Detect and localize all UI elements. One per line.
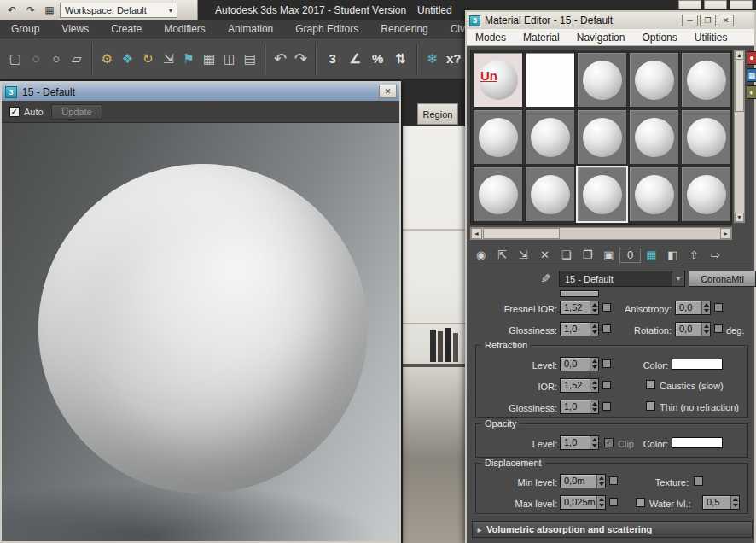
refraction-glossiness-spinner[interactable]: 1,0 <box>560 400 599 414</box>
slots-vertical-scrollbar[interactable]: ▲ ▼ <box>734 50 745 223</box>
minimize-button[interactable] <box>678 0 701 9</box>
region-dropdown[interactable]: Region <box>417 103 458 125</box>
redo-icon[interactable]: ↷ <box>22 3 39 18</box>
refraction-level-map-button[interactable] <box>602 359 611 368</box>
thin-checkbox[interactable] <box>646 401 655 411</box>
select-object-icon[interactable]: ▢ <box>5 46 26 72</box>
material-sample-slot[interactable] <box>473 166 523 222</box>
menu-utilities[interactable]: Utilities <box>686 29 736 45</box>
menu-animation[interactable]: Animation <box>217 20 284 38</box>
put-to-library-icon[interactable]: ▣ <box>598 245 619 266</box>
redo-scene-icon[interactable]: ↷ <box>291 46 311 72</box>
menu-civil[interactable]: Civil <box>439 20 465 38</box>
menu-rendering[interactable]: Rendering <box>369 20 439 38</box>
material-sample-slot[interactable] <box>629 52 679 108</box>
select-circle-icon[interactable]: ○ <box>46 46 67 72</box>
scroll-up-icon[interactable]: ▲ <box>735 50 744 60</box>
material-sample-slot[interactable] <box>681 166 731 222</box>
maximize-icon[interactable]: ❐ <box>700 15 716 26</box>
material-sample-slot[interactable] <box>525 166 575 222</box>
layers-icon[interactable]: ▤ <box>240 46 260 72</box>
undo-scene-icon[interactable]: ↶ <box>270 46 291 72</box>
texture-map-button[interactable] <box>694 476 703 486</box>
go-to-parent-icon[interactable]: ⇧ <box>683 245 705 266</box>
water-level-checkbox[interactable] <box>636 498 645 507</box>
opacity-color-swatch[interactable] <box>672 437 723 448</box>
refraction-color-swatch[interactable] <box>672 359 723 370</box>
delete-material-icon[interactable]: ✕ <box>534 245 555 266</box>
material-name-dropdown[interactable]: 15 - Default ▼ <box>559 271 685 287</box>
maxscript-icon[interactable]: x? <box>442 46 465 72</box>
material-sample-slot[interactable] <box>525 109 575 165</box>
material-class-button[interactable]: CoronaMtl <box>689 271 756 287</box>
max-level-map-button[interactable] <box>609 498 618 506</box>
rotation-map-button[interactable] <box>714 324 723 333</box>
make-material-copy-icon[interactable]: ❏ <box>555 245 577 266</box>
min-level-map-button[interactable] <box>609 476 618 485</box>
hand-icon[interactable]: ❖ <box>117 46 137 72</box>
material-sample-slot[interactable] <box>577 109 627 165</box>
anisotropy-map-button[interactable] <box>714 303 723 312</box>
refraction-ior-map-button[interactable] <box>602 381 611 389</box>
refraction-glossiness-map-button[interactable] <box>602 402 611 411</box>
percent-snap-icon[interactable]: % <box>366 46 389 72</box>
mirror-icon[interactable]: ◫ <box>219 46 240 72</box>
fresnel-ior-map-button[interactable] <box>602 303 611 312</box>
spinner-snap-icon[interactable]: ⇅ <box>389 46 412 72</box>
menu-create[interactable]: Create <box>100 20 153 38</box>
rotate-icon[interactable]: ↻ <box>137 46 158 72</box>
show-end-result-icon[interactable]: ◧ <box>662 245 683 266</box>
material-editor-titlebar[interactable]: 3 Material Editor - 15 - Default ─ ❐ ✕ <box>467 12 754 29</box>
volumetric-rollout[interactable]: ▸ Volumetric absorption and scattering <box>472 521 753 538</box>
menu-views[interactable]: Views <box>50 20 100 38</box>
refraction-ior-spinner[interactable]: 1,52 <box>560 378 599 393</box>
slots-horizontal-scrollbar[interactable]: ◄ ► <box>470 227 732 240</box>
close-icon[interactable]: ✕ <box>718 15 734 26</box>
anisotropy-spinner[interactable]: 0,0 <box>675 301 711 315</box>
menu-group[interactable]: Group <box>0 20 50 38</box>
refraction-level-spinner[interactable]: 0,0 <box>560 357 599 371</box>
sample-type-icon[interactable]: ● <box>747 51 756 65</box>
clip-checkbox[interactable]: ✓ <box>604 438 614 447</box>
material-sample-slot[interactable] <box>681 109 731 165</box>
scroll-thumb[interactable] <box>483 228 560 239</box>
scroll-thumb[interactable] <box>735 61 744 112</box>
water-level-spinner[interactable]: 0,5 <box>702 495 740 510</box>
min-level-spinner[interactable]: 0,0m <box>560 474 606 488</box>
scroll-left-icon[interactable]: ◄ <box>471 228 482 239</box>
put-material-to-scene-icon[interactable]: ⇱ <box>491 245 513 266</box>
select-region-icon[interactable]: ◌ <box>26 46 46 72</box>
menu-navigation[interactable]: Navigation <box>568 29 634 45</box>
select-fence-icon[interactable]: ▱ <box>67 46 87 72</box>
get-material-icon[interactable]: ◉ <box>470 245 491 266</box>
minimize-icon[interactable]: ─ <box>682 15 698 26</box>
rotation-spinner[interactable]: 0,0 <box>675 322 711 336</box>
close-icon[interactable]: ✕ <box>379 85 397 98</box>
render-window-titlebar[interactable]: 3 15 - Default ✕ <box>2 83 399 101</box>
material-sample-slot[interactable] <box>473 109 523 165</box>
scroll-down-icon[interactable]: ▼ <box>735 213 744 222</box>
glossiness-map-button[interactable] <box>602 324 611 333</box>
angle-snap-icon[interactable]: ∠ <box>344 46 367 72</box>
fresnel-ior-spinner[interactable]: 1,52 <box>560 301 599 315</box>
grid-icon[interactable]: ▦ <box>199 46 219 72</box>
menu-modes[interactable]: Modes <box>467 29 515 45</box>
material-sample-slot-selected[interactable] <box>577 166 627 222</box>
scroll-right-icon[interactable]: ► <box>720 228 731 239</box>
material-sample-slot[interactable] <box>525 52 575 108</box>
material-sample-slot[interactable] <box>629 166 679 222</box>
close-button[interactable] <box>730 0 753 9</box>
menu-options[interactable]: Options <box>633 29 685 45</box>
update-button[interactable]: Update <box>51 104 102 120</box>
clipped-spinner[interactable] <box>560 290 599 297</box>
flag-icon[interactable]: ⚑ <box>178 46 199 72</box>
go-forward-sibling-icon[interactable]: ⇨ <box>705 245 726 266</box>
glossiness-spinner[interactable]: 1,0 <box>560 322 599 336</box>
backlight-icon[interactable]: ◐ <box>747 85 756 99</box>
material-id-channel-icon[interactable]: 0 <box>619 248 641 263</box>
make-unique-icon[interactable]: ❐ <box>577 245 598 266</box>
material-sample-slot[interactable] <box>681 52 731 108</box>
menu-modifiers[interactable]: Modifiers <box>153 20 217 38</box>
show-in-viewport-icon[interactable]: ▦ <box>641 245 662 266</box>
pick-material-eyedropper-icon[interactable]: ✎ <box>537 270 554 287</box>
